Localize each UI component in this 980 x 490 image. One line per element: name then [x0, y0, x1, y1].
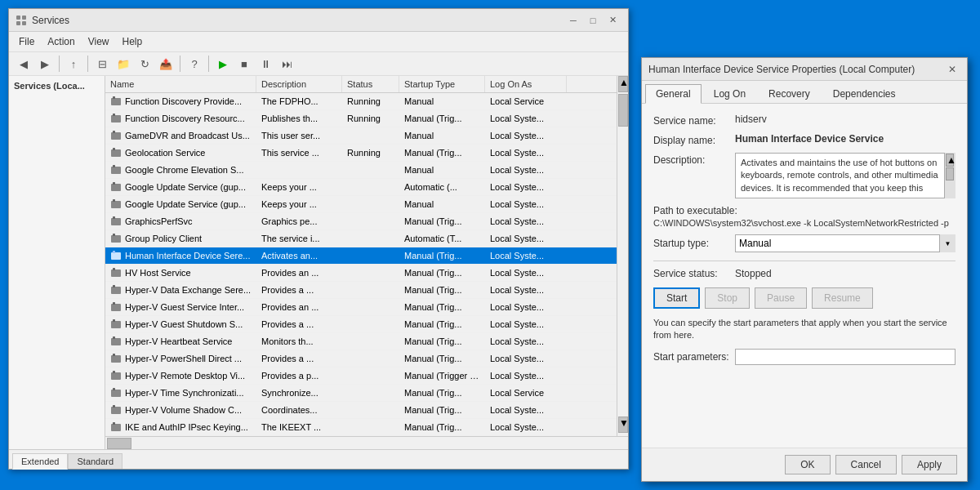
table-row[interactable]: Google Update Service (gup... Keeps your… — [105, 179, 617, 196]
toolbar-restart[interactable]: ⏭ — [277, 55, 296, 73]
table-row[interactable]: Google Update Service (gup... Keeps your… — [105, 196, 617, 213]
menu-file[interactable]: File — [12, 33, 41, 50]
table-row[interactable]: Hyper-V Volume Shadow C... Coordinates..… — [105, 402, 617, 419]
table-row[interactable]: Hyper-V Data Exchange Sere... Provides a… — [105, 282, 617, 299]
toolbar-stop[interactable]: ■ — [234, 55, 254, 73]
th-logon[interactable]: Log On As — [485, 76, 567, 92]
table-row[interactable]: Google Chrome Elevation S... Manual Loca… — [105, 162, 617, 179]
th-status[interactable]: Status — [342, 76, 399, 92]
horiz-scroll-thumb[interactable] — [107, 438, 131, 449]
td-status — [342, 356, 399, 361]
td-name: Hyper-V Remote Desktop Vi... — [105, 368, 256, 384]
tab-standard[interactable]: Standard — [68, 453, 122, 469]
table-row[interactable]: Hyper-V Time Synchronizati... Synchroniz… — [105, 385, 617, 402]
svg-rect-22 — [111, 252, 121, 260]
menu-action[interactable]: Action — [41, 33, 81, 50]
table-row[interactable]: Function Discovery Provide... The FDPHO.… — [105, 93, 617, 110]
close-button[interactable]: ✕ — [604, 13, 621, 28]
toolbar-forward[interactable]: ▶ — [35, 55, 55, 73]
description-text[interactable]: Activates and maintains the use of hot b… — [735, 153, 956, 198]
toolbar-help[interactable]: ? — [185, 55, 204, 73]
startup-select-wrapper: Automatic Automatic (Delayed Start) Manu… — [735, 234, 956, 252]
services-title-bar: Services ─ □ ✕ — [9, 9, 628, 32]
td-name: Hyper-V Guest Shutdown S... — [105, 316, 256, 332]
menu-view[interactable]: View — [82, 33, 116, 50]
svg-rect-43 — [113, 422, 115, 425]
tab-dependencies[interactable]: Dependencies — [822, 84, 906, 103]
cancel-button[interactable]: Cancel — [835, 455, 897, 474]
th-startup[interactable]: Startup Type — [399, 76, 485, 92]
apply-button[interactable]: Apply — [902, 455, 957, 474]
tab-extended[interactable]: Extended — [12, 453, 68, 470]
svg-rect-33 — [113, 336, 115, 339]
desc-scroll-down[interactable] — [946, 167, 954, 180]
dialog-close-button[interactable]: ✕ — [944, 62, 960, 77]
toolbar-folder[interactable]: 📁 — [114, 55, 133, 73]
startup-select[interactable]: Automatic Automatic (Delayed Start) Manu… — [735, 234, 956, 252]
toolbar-show-hide[interactable]: ⊟ — [92, 55, 112, 73]
table-row[interactable]: Hyper-V Remote Desktop Vi... Provides a … — [105, 368, 617, 385]
td-status — [342, 390, 399, 395]
toolbar-pause[interactable]: ⏸ — [256, 55, 275, 73]
toolbar-refresh[interactable]: ↻ — [135, 55, 154, 73]
table-row[interactable]: IKE and AuthIP IPsec Keying... The IKEEX… — [105, 419, 617, 436]
bottom-tabs: Extended Standard — [9, 449, 628, 469]
td-startup: Automatic (T... — [399, 231, 485, 246]
maximize-button[interactable]: □ — [584, 13, 602, 28]
td-logon: Local Syste... — [485, 163, 567, 177]
svg-rect-5 — [113, 96, 115, 99]
td-startup: Manual (Trig... — [399, 317, 485, 332]
td-logon: Local Syste... — [485, 214, 567, 229]
ok-button[interactable]: OK — [785, 455, 830, 474]
table-row[interactable]: Function Discovery Resourc... Publishes … — [105, 110, 617, 127]
td-desc: Graphics pe... — [256, 214, 342, 229]
desc-scroll-up[interactable]: ▲ — [946, 154, 954, 167]
table-row[interactable]: Geolocation Service This service ... Run… — [105, 145, 617, 162]
horizontal-scroll[interactable] — [105, 436, 628, 449]
table-row[interactable]: Hyper-V PowerShell Direct ... Provides a… — [105, 350, 617, 368]
tab-recovery[interactable]: Recovery — [758, 84, 821, 103]
title-bar-controls: ─ □ ✕ — [564, 13, 621, 28]
start-button[interactable]: Start — [653, 287, 700, 309]
scroll-thumb[interactable] — [618, 94, 628, 127]
description-scrollbar[interactable]: ▲ — [944, 153, 956, 198]
menu-help[interactable]: Help — [116, 33, 149, 50]
tab-general[interactable]: General — [645, 84, 702, 104]
td-startup: Manual — [399, 197, 485, 212]
table-row[interactable]: HV Host Service Provides an ... Manual (… — [105, 265, 617, 282]
pause-button[interactable]: Pause — [755, 287, 807, 309]
td-startup: Manual (Trig... — [399, 420, 485, 434]
table-row[interactable]: Hyper-V Heartbeat Service Monitors th...… — [105, 333, 617, 350]
th-name[interactable]: Name — [105, 76, 256, 92]
svg-rect-11 — [113, 148, 115, 150]
vertical-scrollbar[interactable]: ▲ ▼ — [617, 76, 628, 436]
minimize-button[interactable]: ─ — [564, 13, 582, 28]
service-icon — [110, 147, 122, 158]
table-row[interactable]: Human Interface Device Sere... Activates… — [105, 247, 617, 265]
td-logon: Local Syste... — [485, 351, 567, 366]
td-logon: Local Syste... — [485, 300, 567, 314]
resume-button[interactable]: Resume — [812, 287, 873, 309]
td-status — [342, 185, 399, 189]
tab-logon[interactable]: Log On — [703, 84, 756, 103]
services-table: Name Description Status Startup Type Log… — [105, 76, 617, 436]
toolbar-up[interactable]: ↑ — [64, 55, 83, 73]
stop-button[interactable]: Stop — [705, 287, 750, 309]
table-row[interactable]: GameDVR and Broadcast Us... This user se… — [105, 127, 617, 145]
th-description[interactable]: Description — [256, 76, 342, 92]
scroll-up-arrow[interactable]: ▲ — [618, 76, 628, 92]
start-params-label: Start parameters: — [653, 351, 735, 363]
service-name-cell: Hyper-V Time Synchronizati... — [125, 388, 244, 398]
table-row[interactable]: Group Policy Client The service i... Aut… — [105, 230, 617, 247]
services-window: Services ─ □ ✕ File Action View Help ◀ ▶… — [8, 8, 629, 470]
td-startup: Manual (Trig... — [399, 300, 485, 314]
start-params-input[interactable] — [735, 349, 956, 365]
table-row[interactable]: Hyper-V Guest Service Inter... Provides … — [105, 299, 617, 316]
td-name: GameDVR and Broadcast Us... — [105, 127, 256, 144]
toolbar-back[interactable]: ◀ — [14, 55, 33, 73]
scroll-down-arrow[interactable]: ▼ — [618, 416, 628, 433]
toolbar-export[interactable]: 📤 — [156, 55, 176, 73]
table-row[interactable]: GraphicsPerfSvc Graphics pe... Manual (T… — [105, 213, 617, 230]
toolbar-play[interactable]: ▶ — [213, 55, 233, 73]
table-row[interactable]: Hyper-V Guest Shutdown S... Provides a .… — [105, 316, 617, 333]
